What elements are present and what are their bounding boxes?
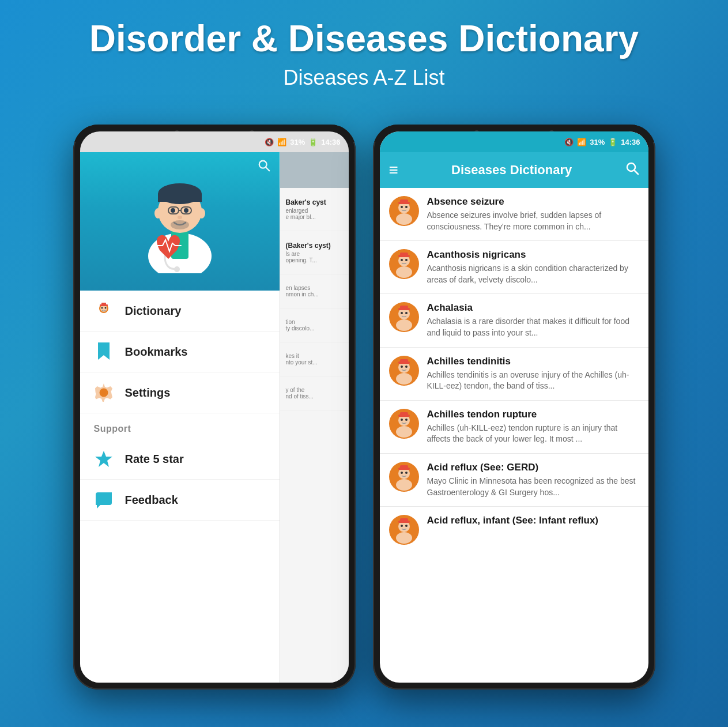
svg-rect-54 [400,359,408,362]
overlay-item-5: kes itnto your st... [280,342,349,376]
mute-icon: 🔇 [265,138,274,146]
signal-bars: 📶 [277,138,286,146]
svg-rect-22 [101,303,106,305]
svg-rect-47 [400,306,408,308]
disease-name-6: Acid reflux, infant (See: Infant reflux) [427,515,639,526]
disease-item-4[interactable]: Achilles tendon rupture Achilles (uh-KIL… [380,401,648,454]
svg-point-52 [405,366,408,368]
menu-item-settings[interactable]: Settings [80,372,280,413]
chat-icon [94,490,114,510]
disease-avatar-4 [389,409,419,439]
disease-info-4: Achilles tendon rupture Achilles (uh-KIL… [427,409,639,445]
svg-point-15 [154,208,161,219]
svg-point-58 [401,419,403,421]
disease-info-2: Achalasia Achalasia is a rare disorder t… [427,302,639,338]
svg-line-27 [634,170,638,174]
svg-point-72 [401,525,403,527]
overlay-item-2: (Baker's cyst) ls areopening. T... [280,231,349,274]
drawer-menu: Dictionary Bookmarks [80,291,280,683]
svg-point-30 [401,206,403,208]
clock: 14:36 [321,138,340,146]
battery-icon: 🔋 [308,138,318,146]
svg-point-14 [171,220,189,229]
disease-desc-1: Acanthosis nigricans is a skin condition… [427,263,639,285]
left-phone-screen: 🔇 📶 31% 🔋 14:36 [80,131,349,683]
disease-name-4: Achilles tendon rupture [427,409,639,420]
disease-avatar-6 [389,515,419,545]
left-phone: 🔇 📶 31% 🔋 14:36 [73,125,356,690]
svg-point-13 [178,216,182,219]
menu-hamburger-icon[interactable]: ≡ [389,161,398,179]
menu-item-rate[interactable]: Rate 5 star [80,439,280,480]
disease-name-0: Absence seizure [427,196,639,208]
svg-rect-61 [400,412,408,415]
overlay-item-6: y of thend of tiss... [280,376,349,410]
menu-item-bookmarks[interactable]: Bookmarks [80,332,280,372]
disease-avatar-0 [389,196,419,226]
disease-info-3: Achilles tendinitis Achilles tendinitis … [427,356,639,392]
svg-point-44 [401,312,403,314]
svg-point-65 [401,472,403,474]
disease-info-6: Acid reflux, infant (See: Infant reflux) [427,515,639,529]
right-phone-screen: 🔇 📶 31% 🔋 14:36 ≡ Diseases Dictionary [380,131,648,683]
mute-icon-right: 🔇 [564,138,574,146]
menu-label-settings: Settings [125,386,171,400]
svg-rect-68 [400,465,408,468]
bookmark-icon [94,342,114,361]
disease-avatar-1 [389,249,419,279]
star-icon [94,449,114,469]
disease-list: Absence seizure Absence seizures involve… [380,188,648,553]
overlay-item-4: tionty discolo... [280,308,349,342]
disease-desc-3: Achilles tendinitis is an overuse injury… [427,370,639,392]
menu-label-rate: Rate 5 star [125,453,184,466]
disease-avatar-3 [389,356,419,386]
svg-point-48 [396,319,412,331]
svg-point-45 [405,312,408,314]
svg-point-66 [405,472,408,474]
settings-icon [94,383,114,402]
disease-item-5[interactable]: Acid reflux (See: GERD) Mayo Clinic in M… [380,454,648,507]
main-title: Disorder & Diseases Dictionary [12,17,716,60]
svg-point-12 [184,208,188,213]
svg-point-73 [405,525,408,527]
svg-point-19 [101,307,103,309]
menu-item-dictionary[interactable]: Dictionary [80,291,280,332]
battery-icon-right: 🔋 [608,138,617,146]
menu-label-bookmarks: Bookmarks [125,345,188,359]
disease-item-0[interactable]: Absence seizure Absence seizures involve… [380,188,648,241]
disease-name-2: Achalasia [427,302,639,314]
support-section-label: Support [80,413,280,439]
phones-container: 🔇 📶 31% 🔋 14:36 [0,107,728,695]
overlay-item-1: Baker's cyst enlargede major bl... [280,188,349,231]
disease-item-2[interactable]: Achalasia Achalasia is a rare disorder t… [380,294,648,347]
svg-marker-25 [95,451,112,467]
sub-title: Diseases A-Z List [12,66,716,90]
svg-point-59 [405,419,408,421]
svg-point-41 [396,266,412,278]
svg-point-34 [396,213,412,225]
disease-item-1[interactable]: Acanthosis nigricans Acanthosis nigrican… [380,241,648,294]
svg-point-20 [104,307,106,309]
overlay-item-3: en lapsesnmon in ch... [280,274,349,308]
disease-item-3[interactable]: Achilles tendinitis Achilles tendinitis … [380,348,648,401]
left-status-bar: 🔇 📶 31% 🔋 14:36 [80,131,349,152]
disease-desc-2: Achalasia is a rare disorder that makes … [427,316,639,338]
disease-avatar-2 [389,302,419,332]
toolbar-title: Diseases Dictionary [406,163,617,178]
app-toolbar: ≡ Diseases Dictionary [380,152,648,188]
battery-percent: 31% [290,138,305,146]
drawer-header [80,152,280,291]
disease-avatar-5 [389,462,419,492]
search-icon-toolbar[interactable] [625,161,639,179]
menu-label-feedback: Feedback [125,494,178,507]
svg-point-38 [405,259,408,261]
menu-item-feedback[interactable]: Feedback [80,480,280,521]
disease-item-6[interactable]: Acid reflux, infant (See: Infant reflux) [380,507,648,553]
svg-point-76 [396,532,412,544]
svg-point-69 [396,479,412,491]
disease-info-0: Absence seizure Absence seizures involve… [427,196,639,232]
search-icon[interactable] [258,159,270,175]
dictionary-icon [94,301,114,321]
svg-point-31 [405,206,408,208]
svg-point-11 [171,208,175,213]
